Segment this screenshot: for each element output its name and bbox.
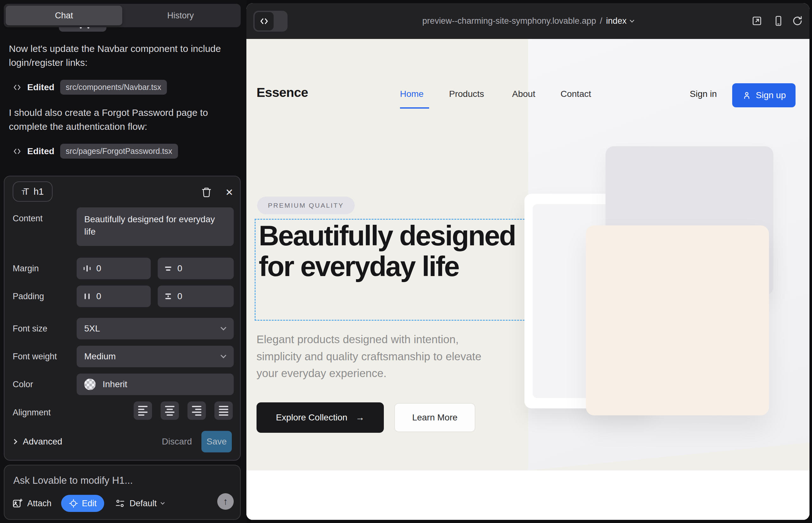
margin-vertical-input[interactable]: 0 bbox=[158, 258, 234, 279]
tab-chat[interactable]: Chat bbox=[6, 6, 122, 25]
color-select[interactable]: Inherit bbox=[77, 374, 234, 395]
file-edit-row[interactable]: Edited src/components/Navbar.tsx bbox=[13, 80, 167, 95]
hero-paragraph[interactable]: Elegant products designed with intention… bbox=[257, 331, 497, 382]
file-edit-action: Edited bbox=[27, 146, 54, 157]
composer-placeholder[interactable]: Ask Lovable to modify H1... bbox=[13, 475, 133, 486]
assistant-message: Now let's update the Navbar component to… bbox=[9, 42, 234, 69]
font-weight-select[interactable]: Medium bbox=[77, 346, 234, 367]
font-size-value: 5XL bbox=[84, 324, 100, 334]
url-host: preview--charming-site-symphony.lovable.… bbox=[422, 16, 596, 26]
send-button[interactable]: ↑ bbox=[217, 493, 234, 510]
page-lower-section bbox=[246, 470, 810, 520]
advanced-row: Advanced Discard Save bbox=[13, 431, 233, 453]
chevron-down-icon bbox=[630, 18, 634, 22]
margin-label: Margin bbox=[13, 264, 39, 273]
chevron-right-icon bbox=[12, 439, 17, 445]
padding-vertical-icon bbox=[164, 292, 172, 301]
mobile-view-button[interactable] bbox=[773, 15, 784, 26]
preview-topbar: preview--charming-site-symphony.lovable.… bbox=[246, 3, 810, 39]
assistant-message: I should also create a Forgot Password p… bbox=[9, 106, 234, 133]
close-editor-button[interactable]: ✕ bbox=[222, 184, 237, 200]
url-bar[interactable]: preview--charming-site-symphony.lovable.… bbox=[422, 3, 634, 39]
arrow-up-icon: ↑ bbox=[223, 496, 228, 507]
nav-link-contact[interactable]: Contact bbox=[561, 89, 591, 99]
margin-horizontal-icon bbox=[83, 264, 91, 273]
sign-in-button[interactable]: Sign in bbox=[690, 89, 717, 99]
element-editor-panel: TT h1 ✕ Content Beautifully designed for… bbox=[4, 176, 241, 461]
mobile-icon bbox=[773, 15, 784, 26]
close-icon: ✕ bbox=[225, 187, 233, 198]
chat-sidebar: Chat History Now let's update the Navbar… bbox=[0, 0, 246, 523]
attach-button[interactable]: Attach bbox=[12, 498, 52, 509]
align-justify-icon bbox=[219, 406, 228, 416]
code-icon bbox=[13, 83, 21, 92]
target-icon bbox=[69, 499, 78, 508]
selected-element-outline[interactable]: Beautifully designed for everyday life bbox=[254, 219, 528, 321]
hero-heading[interactable]: Beautifully designed for everyday life bbox=[259, 220, 518, 282]
nav-link-home[interactable]: Home bbox=[400, 89, 424, 99]
align-center-icon bbox=[165, 406, 175, 416]
edit-mode-button[interactable]: Edit bbox=[61, 495, 105, 512]
color-swatch bbox=[84, 379, 96, 390]
model-mode-label: Default bbox=[129, 499, 157, 508]
url-page[interactable]: index bbox=[606, 16, 627, 26]
chevron-down-icon bbox=[220, 325, 226, 330]
chevron-down-icon bbox=[161, 501, 165, 505]
file-edit-path[interactable]: src/components/Navbar.tsx bbox=[60, 80, 167, 95]
type-icon: TT bbox=[21, 186, 29, 197]
discard-button[interactable]: Discard bbox=[162, 437, 192, 447]
color-label: Color bbox=[13, 380, 33, 390]
code-preview-toggle[interactable] bbox=[253, 11, 287, 32]
font-size-label: Font size bbox=[13, 324, 48, 334]
margin-horizontal-input[interactable]: 0 bbox=[77, 258, 151, 279]
preview-window: preview--charming-site-symphony.lovable.… bbox=[246, 3, 810, 520]
url-separator: / bbox=[600, 16, 602, 26]
align-center-button[interactable] bbox=[161, 401, 179, 420]
site-page: Essence Home Products About Contact Sign… bbox=[246, 39, 810, 520]
open-external-button[interactable] bbox=[751, 15, 763, 26]
explore-collection-label: Explore Collection bbox=[276, 413, 348, 422]
selected-element-tag: TT h1 bbox=[13, 181, 53, 202]
padding-horizontal-input[interactable]: 0 bbox=[77, 286, 151, 307]
code-icon bbox=[13, 147, 21, 156]
content-input[interactable]: Beautifully designed for everyday life bbox=[77, 208, 234, 246]
hero-card-cream bbox=[586, 226, 769, 415]
font-size-select[interactable]: 5XL bbox=[77, 318, 234, 339]
chat-composer[interactable]: Ask Lovable to modify H1... Attach Edit … bbox=[4, 465, 241, 520]
external-link-icon bbox=[751, 15, 763, 26]
learn-more-button[interactable]: Learn More bbox=[394, 403, 475, 432]
arrow-right-icon: → bbox=[356, 413, 365, 422]
alignment-label: Alignment bbox=[13, 408, 51, 418]
nav-link-products[interactable]: Products bbox=[449, 89, 484, 99]
padding-vertical-value: 0 bbox=[177, 291, 182, 301]
code-icon bbox=[254, 12, 273, 30]
padding-horizontal-icon bbox=[83, 292, 91, 301]
composer-toolbar: Attach Edit Default bbox=[12, 494, 234, 512]
align-right-button[interactable] bbox=[188, 401, 206, 420]
advanced-toggle[interactable]: Advanced bbox=[23, 437, 63, 447]
align-left-icon bbox=[138, 406, 147, 416]
align-left-button[interactable] bbox=[134, 401, 152, 420]
explore-collection-button[interactable]: Explore Collection → bbox=[257, 402, 384, 433]
chat-history-tabs: Chat History bbox=[4, 4, 241, 27]
padding-label: Padding bbox=[13, 292, 44, 301]
padding-vertical-input[interactable]: 0 bbox=[158, 286, 234, 307]
nav-link-about[interactable]: About bbox=[512, 89, 535, 99]
model-mode-button[interactable]: Default bbox=[115, 498, 164, 508]
edit-mode-label: Edit bbox=[82, 499, 97, 508]
alignment-buttons bbox=[134, 401, 233, 420]
content-label: Content bbox=[13, 214, 43, 223]
margin-vertical-value: 0 bbox=[177, 264, 182, 273]
site-logo[interactable]: Essence bbox=[257, 85, 308, 100]
save-button[interactable]: Save bbox=[201, 431, 232, 452]
user-icon bbox=[742, 91, 752, 100]
align-justify-button[interactable] bbox=[214, 401, 233, 420]
delete-element-button[interactable] bbox=[199, 184, 214, 200]
file-edit-row[interactable]: Edited src/pages/ForgotPassword.tsx bbox=[13, 144, 178, 159]
image-plus-icon bbox=[12, 498, 23, 509]
sign-up-button[interactable]: Sign up bbox=[732, 83, 796, 107]
tab-history[interactable]: History bbox=[122, 6, 239, 25]
refresh-button[interactable] bbox=[792, 15, 803, 26]
file-edit-path[interactable]: src/pages/ForgotPassword.tsx bbox=[60, 144, 178, 159]
sliders-icon bbox=[115, 498, 125, 508]
